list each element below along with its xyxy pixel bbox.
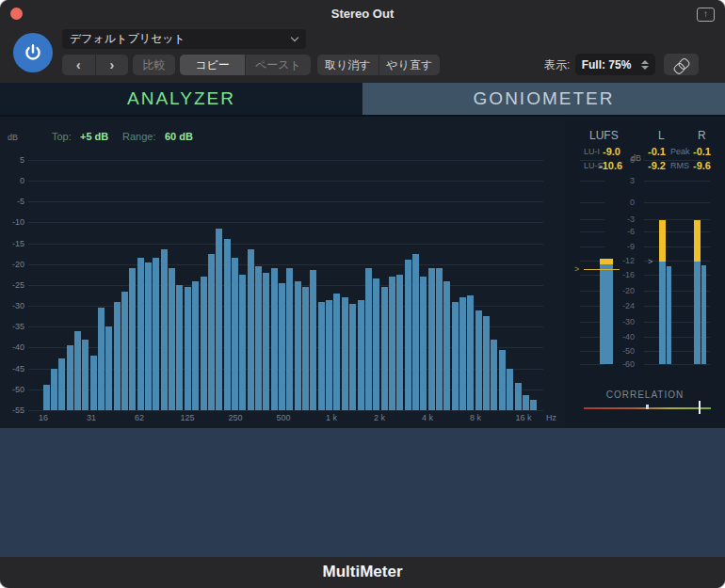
y-axis-unit: dB <box>8 133 18 142</box>
y-axis-tick: -35 <box>0 322 24 331</box>
redo-button[interactable]: やり直す <box>379 55 441 75</box>
r-peak-meter-level <box>694 262 701 364</box>
spectrum-bar <box>153 258 159 410</box>
plot-gridline <box>28 222 543 223</box>
threshold-marker-icon: > <box>648 257 652 266</box>
y-axis-tick: -40 <box>0 342 24 352</box>
spectrum-bar <box>475 310 482 410</box>
meter-scale-tick: 6 <box>608 155 635 165</box>
l-peak-meter-peak-zone <box>659 220 666 262</box>
lufs-target-marker-icon: > <box>574 264 579 274</box>
undo-button[interactable]: 取り消す <box>317 55 379 75</box>
meter-scale-tick: -9 <box>608 242 635 251</box>
tab-goniometer[interactable]: GONIOMETER <box>362 83 725 115</box>
plot-gridline <box>28 181 543 182</box>
plot-gridline <box>28 410 543 411</box>
copy-paste-group: コピー ペースト <box>180 55 311 75</box>
undo-redo-group: 取り消す やり直す <box>317 55 440 75</box>
spectrum-bar <box>420 277 427 410</box>
link-button[interactable] <box>664 54 699 75</box>
y-axis-tick: 0 <box>0 176 24 185</box>
meter-gridline <box>644 181 710 182</box>
spectrum-bar <box>365 268 372 410</box>
left-channel-header: L <box>658 129 665 142</box>
spectrum-bar <box>389 277 395 410</box>
spectrum-bar <box>286 268 293 410</box>
spectrum-bar <box>396 275 403 410</box>
spectrum-bar <box>216 229 222 410</box>
spectrum-bar <box>129 268 136 410</box>
x-axis-tick: 500 <box>267 413 299 422</box>
previous-preset-button[interactable]: ‹ <box>62 55 95 75</box>
x-axis-tick: 31 <box>75 413 107 422</box>
spectrum-bar <box>412 254 419 410</box>
spectrum-bar <box>523 395 529 410</box>
spectrum-bar <box>405 260 411 410</box>
spectrum-bar <box>263 273 269 410</box>
spectrum-bar <box>271 268 278 410</box>
spectrum-bar <box>185 287 191 410</box>
meter-gridline <box>580 181 604 182</box>
range-value[interactable]: 60 dB <box>165 131 193 142</box>
analyzer-plot: dB Top: +5 dB Range: 60 dB 50-5-10-15-20… <box>0 117 565 428</box>
view-size-select[interactable]: Full: 75% <box>575 54 655 75</box>
spectrum-bar <box>443 281 450 410</box>
stepper-icon <box>641 60 649 70</box>
preset-dropdown[interactable]: デフォルトプリセット <box>62 29 306 49</box>
next-preset-button[interactable]: › <box>95 55 129 75</box>
spectrum-bar <box>239 275 246 410</box>
spectrum-bar <box>467 295 474 410</box>
y-axis-tick: -5 <box>0 197 24 206</box>
spectrum-bar <box>326 300 332 410</box>
spectrum-bar <box>310 270 316 410</box>
window-title: Stereo Out <box>0 7 725 21</box>
meter-gridline <box>580 160 604 161</box>
spectrum-bar <box>192 281 199 410</box>
x-axis-tick: 62 <box>123 413 155 422</box>
range-label: Range: <box>122 131 155 142</box>
spectrum-bar <box>201 277 207 410</box>
y-axis-tick: -15 <box>0 239 24 248</box>
l-rms-value: -9.2 <box>648 160 666 171</box>
lufs-header: LUFS <box>589 129 619 142</box>
plot-gridline <box>28 201 543 202</box>
paste-button[interactable]: ペースト <box>245 55 311 75</box>
power-button[interactable] <box>13 33 53 72</box>
y-axis-tick: -45 <box>0 364 24 373</box>
x-axis-tick: 8 k <box>459 413 491 422</box>
correlation-label: CORRELATION <box>565 389 725 400</box>
spectrum-bar <box>98 308 105 410</box>
x-axis-tick: 4 k <box>411 413 443 422</box>
view-label: 表示: <box>544 57 570 73</box>
top-value[interactable]: +5 dB <box>80 131 108 142</box>
plugin-header: デフォルトプリセット ‹ › 比較 コピー ペースト 取り消す やり直す 表示:… <box>0 28 725 83</box>
meter-gridline <box>644 202 710 203</box>
spectrum-bar <box>208 254 215 410</box>
plot-gridline <box>28 160 543 161</box>
y-axis-tick: -20 <box>0 260 24 269</box>
plot-gridline <box>28 264 543 265</box>
peak-row-label: Peak <box>670 147 690 156</box>
spectrum-bar <box>428 268 435 410</box>
spectrum-bar <box>224 239 231 410</box>
x-axis-unit: Hz <box>546 413 556 422</box>
r-peak-meter-peak-zone <box>694 220 701 261</box>
l-peak-meter-level <box>659 262 666 364</box>
tab-analyzer[interactable]: ANALYZER <box>0 83 362 115</box>
spectrum-bar <box>176 285 183 410</box>
spectrum-bar <box>342 297 348 410</box>
copy-button[interactable]: コピー <box>180 55 245 75</box>
spectrum-bar <box>43 385 50 410</box>
lufs-target-line <box>584 269 620 270</box>
spectrum-bar <box>530 400 537 410</box>
x-axis-tick: 16 k <box>508 413 540 422</box>
spectrum-bar <box>515 383 522 410</box>
spectrum-bar <box>74 331 81 410</box>
preset-name: デフォルトプリセット <box>70 32 185 45</box>
compare-button[interactable]: 比較 <box>133 55 175 75</box>
l-rms-meter-level <box>667 266 671 364</box>
spectrum-bar <box>90 356 97 410</box>
spectrum-bar <box>58 358 65 410</box>
meter-gridline <box>580 231 604 232</box>
open-in-window-icon[interactable]: ↑ <box>697 8 715 22</box>
